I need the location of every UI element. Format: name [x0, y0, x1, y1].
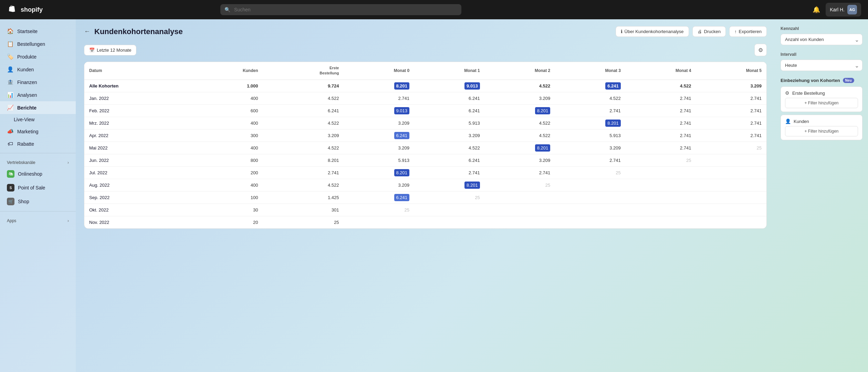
page-header: ← Kundenkohortenanalyse ℹ Über Kundenkoh…: [84, 26, 767, 37]
topbar-right: 🔔 Karl H. AG: [811, 3, 861, 17]
kennzahl-select[interactable]: Anzahl von Kunden: [781, 34, 862, 45]
cell-monat-1: 5.913: [414, 117, 485, 129]
col-monat-4: Monat 4: [626, 62, 696, 80]
cell-monat-4: [626, 191, 696, 204]
col-monat-2: Monat 2: [485, 62, 555, 80]
sidebar-item-kunden[interactable]: 👤 Kunden: [0, 63, 76, 76]
cell-kunden: 100: [193, 191, 263, 204]
cell-kunden: 400: [193, 142, 263, 154]
info-button[interactable]: ℹ Über Kundenkohortenanalyse: [616, 26, 689, 37]
table-scroll-wrap[interactable]: Datum Kunden ErsteBestellung Monat 0 Mon…: [84, 62, 766, 228]
erste-bestellung-icon: ⚙: [785, 90, 789, 96]
cell-monat-4: [626, 166, 696, 179]
table-row: Jan. 20224004.5222.7416.2413.2094.5222.7…: [84, 92, 766, 104]
sidebar: 🏠 Startseite 📋 Bestellungen 🏷️ Produkte …: [0, 19, 76, 372]
cell-monat-1: [414, 216, 485, 228]
info-icon: ℹ: [621, 29, 623, 34]
sidebar-section-apps: Apps ›: [0, 214, 76, 225]
col-monat-5: Monat 5: [696, 62, 766, 80]
cell-monat-4: [626, 204, 696, 216]
cell-erste-bestellung: 301: [263, 204, 344, 216]
cell-monat-0: 5.913: [344, 154, 415, 166]
print-button[interactable]: 🖨 Drucken: [692, 26, 726, 37]
sidebar-item-startseite[interactable]: 🏠 Startseite: [0, 25, 76, 38]
cell-monat-2: 2.741: [485, 166, 555, 179]
cell-datum: Mrz. 2022: [84, 117, 193, 129]
search-wrap: 🔍: [220, 4, 461, 15]
date-range-button[interactable]: 📅 Letzte 12 Monate: [84, 45, 136, 55]
new-badge: Neu: [843, 78, 854, 83]
cell-monat-0: 3.209: [344, 179, 415, 191]
cell-monat-0: 8.201: [344, 166, 415, 179]
erste-bestellung-label: Erste Bestellung: [792, 91, 825, 96]
cell-monat-5: 3.209: [696, 80, 766, 92]
cell-monat-0: 9.013: [344, 104, 415, 117]
sidebar-item-onlineshop[interactable]: 🛍 Onlineshop: [0, 167, 76, 181]
cell-monat-2: 4.522: [485, 129, 555, 142]
cell-monat-1: 3.209: [414, 129, 485, 142]
sidebar-item-label: Point of Sale: [18, 185, 45, 190]
cell-monat-5: [696, 166, 766, 179]
cell-datum: Alle Kohorten: [84, 80, 193, 92]
pos-icon: S: [7, 184, 14, 192]
add-filter-button-2[interactable]: + Filter hinzufügen: [785, 126, 858, 136]
logo: shopify: [7, 4, 43, 15]
cell-kunden: 300: [193, 129, 263, 142]
sidebar-item-rabatte[interactable]: 🏷 Rabatte: [0, 138, 76, 150]
cell-datum: Jul. 2022: [84, 166, 193, 179]
cell-monat-1: 6.241: [414, 154, 485, 166]
notifications-button[interactable]: 🔔: [811, 4, 822, 15]
table-row: Okt. 20223030125: [84, 204, 766, 216]
cell-monat-5: 2.741: [696, 117, 766, 129]
search-input[interactable]: [220, 4, 461, 15]
cell-monat-3: [555, 191, 626, 204]
cell-monat-2: 4.522: [485, 80, 555, 92]
sidebar-item-produkte[interactable]: 🏷️ Produkte: [0, 50, 76, 63]
sidebar-item-analysen[interactable]: 📊 Analysen: [0, 89, 76, 101]
table-row: Feb. 20226006.2419.0136.2418.2012.7412.7…: [84, 104, 766, 117]
cell-monat-5: [696, 179, 766, 191]
expand-icon: ›: [67, 160, 69, 165]
sidebar-item-berichte[interactable]: 📈 Berichte: [0, 101, 76, 114]
cell-monat-1: 8.201: [414, 179, 485, 191]
cell-kunden: 400: [193, 117, 263, 129]
cell-monat-0: 6.241: [344, 129, 415, 142]
cell-monat-2: 8.201: [485, 104, 555, 117]
col-monat-1: Monat 1: [414, 62, 485, 80]
discounts-icon: 🏷: [7, 141, 14, 147]
sidebar-item-point-of-sale[interactable]: S Point of Sale: [0, 181, 76, 195]
cell-monat-2: 25: [485, 179, 555, 191]
sidebar-item-shop[interactable]: 🛒 Shop: [0, 195, 76, 208]
cell-kunden: 400: [193, 92, 263, 104]
cell-monat-3: [555, 204, 626, 216]
kennzahl-label: Kennzahl: [781, 26, 862, 31]
table-row: Jun. 20228008.2015.9136.2413.2092.74125: [84, 154, 766, 166]
cell-erste-bestellung: 4.522: [263, 179, 344, 191]
page-title: Kundenkohortenanalyse: [94, 27, 183, 36]
sidebar-item-marketing[interactable]: 📣 Marketing: [0, 125, 76, 138]
intervall-section: Intervall Heute: [781, 52, 862, 71]
sidebar-item-live-view[interactable]: Live-View: [0, 114, 76, 125]
user-menu-button[interactable]: Karl H. AG: [826, 3, 861, 17]
cell-datum: Mai 2022: [84, 142, 193, 154]
cell-datum: Aug. 2022: [84, 179, 193, 191]
intervall-select[interactable]: Heute: [781, 60, 862, 71]
export-button[interactable]: ↑ Exportieren: [729, 26, 767, 37]
cell-monat-4: 2.741: [626, 92, 696, 104]
table-settings-button[interactable]: ⚙: [754, 44, 767, 56]
table-row: Nov. 20222025: [84, 216, 766, 228]
cell-monat-4: 2.741: [626, 142, 696, 154]
erste-bestellung-filter: ⚙ Erste Bestellung + Filter hinzufügen: [781, 86, 862, 112]
cell-monat-1: [414, 204, 485, 216]
cell-datum: Nov. 2022: [84, 216, 193, 228]
add-filter-button-1[interactable]: + Filter hinzufügen: [785, 98, 858, 108]
cell-monat-1: 6.241: [414, 104, 485, 117]
sidebar-item-label: Analysen: [17, 92, 37, 98]
cell-erste-bestellung: 6.241: [263, 104, 344, 117]
back-button[interactable]: ←: [84, 28, 90, 35]
sidebar-item-finanzen[interactable]: 🏦 Finanzen: [0, 76, 76, 89]
cell-erste-bestellung: 1.425: [263, 191, 344, 204]
sidebar-item-label: Startseite: [17, 29, 38, 34]
sidebar-item-bestellungen[interactable]: 📋 Bestellungen: [0, 38, 76, 50]
cell-erste-bestellung: 4.522: [263, 142, 344, 154]
